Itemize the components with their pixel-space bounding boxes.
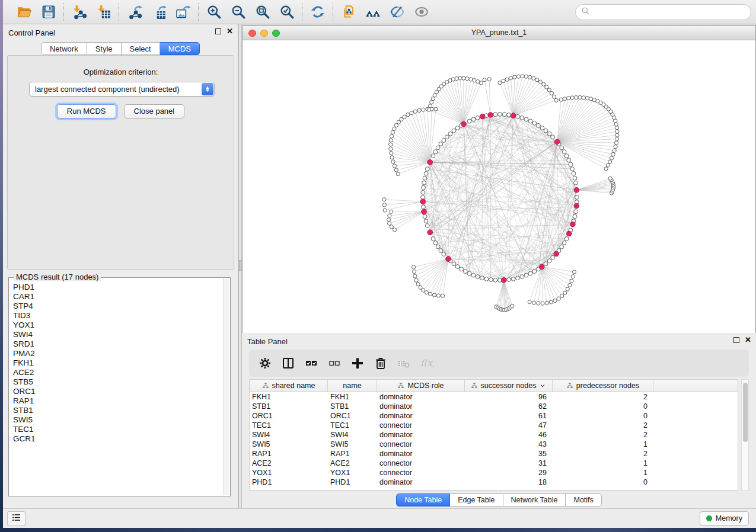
window-minimize-traffic-light[interactable] [260,30,268,37]
mcds-result-item[interactable]: SWI4 [13,330,222,339]
graph-leaf-node[interactable] [538,80,542,84]
graph-leaf-node[interactable] [387,218,390,222]
graph-ring-node[interactable] [507,278,511,282]
graph-mcds-hub-node[interactable] [574,203,579,209]
graph-leaf-node[interactable] [554,98,558,102]
graph-mcds-hub-node[interactable] [570,222,576,227]
graph-leaf-node[interactable] [560,294,564,297]
graph-leaf-node[interactable] [532,76,535,80]
graph-ring-node[interactable] [570,167,575,171]
mcds-result-scrollbar[interactable] [223,278,229,495]
graph-ring-node[interactable] [493,113,497,117]
graph-leaf-node[interactable] [400,117,403,121]
graph-leaf-node[interactable] [394,123,398,127]
hide-all-columns-icon[interactable] [327,355,342,371]
graph-ring-node[interactable] [528,119,532,123]
graph-leaf-node[interactable] [505,78,509,81]
graph-leaf-node[interactable] [542,82,546,86]
graph-leaf-node[interactable] [571,275,575,278]
graph-leaf-node[interactable] [509,76,512,80]
graph-leaf-node[interactable] [462,76,465,80]
table-row[interactable]: YOX1YOX1connector291 [250,468,738,477]
delete-column-icon[interactable] [373,355,388,371]
graph-ring-node[interactable] [448,132,452,136]
graph-ring-node[interactable] [476,116,480,120]
graph-ring-node[interactable] [460,267,464,271]
graph-ring-node[interactable] [560,245,564,249]
graph-leaf-node[interactable] [516,75,520,78]
float-panel-icon[interactable] [215,28,221,34]
graph-leaf-node[interactable] [535,78,539,82]
graph-leaf-node[interactable] [614,141,618,145]
graph-leaf-node[interactable] [528,75,532,79]
graph-leaf-node[interactable] [513,75,516,79]
attribute-settings-icon[interactable] [257,355,273,371]
tab-style[interactable]: Style [87,42,122,55]
graph-ring-node[interactable] [433,241,438,245]
graph-leaf-node[interactable] [578,95,582,99]
import-table-icon[interactable] [95,4,111,20]
graph-leaf-node[interactable] [606,164,610,167]
graph-ring-node[interactable] [422,181,426,185]
optimization-criterion-dropdown[interactable]: largest connected component (undirected) [29,82,215,97]
graph-leaf-node[interactable] [391,130,394,134]
graph-leaf-node[interactable] [541,302,544,305]
add-column-icon[interactable] [350,355,365,371]
graph-ring-node[interactable] [467,119,471,123]
close-panel-button[interactable]: Close panel [124,104,185,118]
export-table-icon[interactable] [151,4,167,20]
graph-ring-node[interactable] [423,176,427,180]
graph-leaf-node[interactable] [391,160,395,164]
graph-ring-node[interactable] [575,196,579,200]
graph-ring-node[interactable] [547,259,551,263]
export-image-icon[interactable] [175,4,191,20]
graph-leaf-node[interactable] [383,209,387,212]
graph-leaf-node[interactable] [547,88,551,92]
graph-mcds-hub-node[interactable] [502,278,507,283]
graph-leaf-node[interactable] [389,147,393,150]
graph-leaf-node[interactable] [455,77,458,81]
graph-mcds-hub-node[interactable] [554,139,560,145]
mcds-result-item[interactable]: STB5 [13,377,222,387]
graph-ring-node[interactable] [511,277,515,281]
mcds-result-item[interactable]: CAR1 [13,292,222,302]
mcds-result-item[interactable]: RAP1 [13,396,222,406]
graph-ring-node[interactable] [421,196,425,200]
network-window-titlebar[interactable]: YPA_prune.txt_1 [243,26,755,40]
graph-leaf-node[interactable] [417,108,421,112]
tab-select[interactable]: Select [122,42,160,55]
graph-ring-node[interactable] [421,191,425,195]
open-file-icon[interactable] [16,4,32,20]
graph-leaf-node[interactable] [528,300,531,304]
network-graph[interactable] [243,40,755,333]
graph-leaf-node[interactable] [610,156,613,160]
tab-node-table[interactable]: Node Table [396,493,450,507]
graph-leaf-node[interactable] [559,98,563,101]
graph-leaf-node[interactable] [397,120,400,124]
graph-leaf-node[interactable] [614,145,617,149]
graph-ring-node[interactable] [433,150,438,154]
graph-ring-node[interactable] [573,214,577,219]
graph-leaf-node[interactable] [553,299,557,302]
mcds-result-item[interactable]: SRD1 [13,339,222,349]
window-zoom-traffic-light[interactable] [272,30,280,37]
graph-ring-node[interactable] [551,255,555,259]
graph-ring-node[interactable] [442,139,446,143]
graph-ring-node[interactable] [574,181,578,185]
graph-leaf-node[interactable] [393,127,396,130]
graph-mcds-hub-node[interactable] [567,231,572,236]
graph-ring-node[interactable] [424,219,428,223]
graph-ring-node[interactable] [532,121,537,126]
table-row[interactable]: ACE2ACE2connector311 [250,459,738,468]
graph-ring-node[interactable] [484,277,489,281]
column-header-MCDS-role[interactable]: MCDS role [377,380,465,392]
graph-ring-node[interactable] [424,171,428,175]
graph-ring-node[interactable] [540,126,544,130]
mcds-result-item[interactable]: PMA2 [13,349,222,358]
graph-leaf-node[interactable] [434,107,438,111]
graph-leaf-node[interactable] [429,292,432,296]
mcds-result-item[interactable]: STP4 [13,302,222,311]
graph-ring-node[interactable] [516,276,520,280]
graph-mcds-hub-node[interactable] [428,160,433,165]
graph-leaf-node[interactable] [476,80,480,84]
